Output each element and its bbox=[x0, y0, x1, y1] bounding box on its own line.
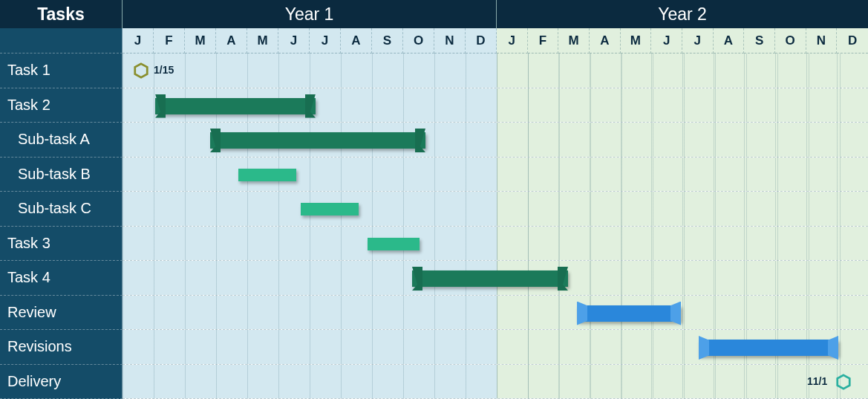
month-y2-0: J bbox=[497, 28, 528, 53]
task-col-spacer bbox=[0, 28, 123, 53]
header-row: Tasks Year 1 Year 2 bbox=[0, 0, 868, 28]
svg-marker-1 bbox=[838, 374, 850, 388]
month-y1-10: N bbox=[434, 28, 466, 53]
month-y1-0: J bbox=[123, 28, 154, 53]
task-lane: 1/15 bbox=[123, 53, 868, 88]
month-y1-2: M bbox=[185, 28, 216, 53]
row-delivery: Delivery 11/1 bbox=[0, 365, 868, 400]
header-year1: Year 1 bbox=[123, 0, 497, 28]
task-label: Revisions bbox=[0, 330, 123, 365]
month-y1-5: J bbox=[278, 28, 310, 53]
bar-task-4 bbox=[412, 270, 568, 287]
task-lane bbox=[123, 330, 868, 365]
task-label: Sub-task A bbox=[0, 123, 123, 158]
month-y2-8: S bbox=[744, 28, 775, 53]
month-y2-1: F bbox=[528, 28, 559, 53]
bar-subtask-c bbox=[301, 203, 359, 215]
task-label: Task 4 bbox=[0, 261, 123, 296]
milestone-delivery bbox=[835, 374, 852, 390]
row-task-4: Task 4 bbox=[0, 261, 868, 296]
month-y1-9: O bbox=[403, 28, 434, 53]
bar-subtask-b bbox=[238, 169, 296, 181]
milestone-task1-label: 1/15 bbox=[154, 64, 174, 76]
task-label: Delivery bbox=[0, 365, 123, 400]
month-y2-10: N bbox=[806, 28, 838, 53]
task-label: Sub-task C bbox=[0, 192, 123, 227]
month-y1-7: A bbox=[341, 28, 372, 53]
bar-task-3 bbox=[368, 238, 420, 250]
months-row: J F M A M J J A S O N D J F M A M J J A … bbox=[0, 28, 868, 53]
month-y2-3: A bbox=[590, 28, 621, 53]
bar-subtask-a bbox=[210, 132, 425, 149]
body-rows: Task 1 1/15 Task 2 bbox=[0, 53, 868, 399]
month-y1-4: M bbox=[247, 28, 278, 53]
month-y2-9: O bbox=[775, 28, 806, 53]
task-label: Task 1 bbox=[0, 53, 123, 88]
task-label: Task 2 bbox=[0, 88, 123, 123]
header-tasks: Tasks bbox=[0, 0, 123, 28]
task-lane bbox=[123, 123, 868, 158]
task-lane bbox=[123, 158, 868, 192]
row-task-2: Task 2 bbox=[0, 88, 868, 123]
header-year2: Year 2 bbox=[497, 0, 868, 28]
row-review: Review bbox=[0, 296, 868, 331]
milestone-task1 bbox=[133, 62, 149, 79]
task-label: Review bbox=[0, 296, 123, 331]
month-y2-6: J bbox=[682, 28, 714, 53]
task-lane bbox=[123, 227, 868, 262]
bar-task-2 bbox=[155, 98, 316, 114]
month-y2-7: A bbox=[714, 28, 745, 53]
row-task-3: Task 3 bbox=[0, 227, 868, 262]
task-lane bbox=[123, 88, 868, 123]
month-y1-8: S bbox=[372, 28, 403, 53]
month-y1-6: J bbox=[310, 28, 341, 53]
task-lane bbox=[123, 261, 868, 296]
hexagon-icon bbox=[133, 62, 149, 79]
row-task-1: Task 1 1/15 bbox=[0, 53, 868, 88]
month-y2-11: D bbox=[837, 28, 868, 53]
task-label: Sub-task B bbox=[0, 158, 123, 192]
row-subtask-b: Sub-task B bbox=[0, 158, 868, 192]
svg-marker-0 bbox=[135, 64, 148, 77]
task-lane bbox=[123, 296, 868, 331]
month-y1-3: A bbox=[216, 28, 247, 53]
hexagon-icon bbox=[835, 374, 852, 390]
month-y2-4: M bbox=[621, 28, 652, 53]
row-subtask-a: Sub-task A bbox=[0, 123, 868, 158]
bar-revisions bbox=[699, 340, 838, 356]
month-y1-1: F bbox=[154, 28, 185, 53]
bar-review bbox=[577, 305, 681, 322]
milestone-delivery-label: 11/1 bbox=[807, 375, 827, 387]
row-revisions: Revisions bbox=[0, 330, 868, 365]
month-y2-5: J bbox=[651, 28, 682, 53]
month-y1-11: D bbox=[466, 28, 497, 53]
task-lane: 11/1 bbox=[123, 365, 868, 400]
gantt-chart: Tasks Year 1 Year 2 J F M A M J J A S O … bbox=[0, 0, 868, 399]
task-label: Task 3 bbox=[0, 227, 123, 262]
row-subtask-c: Sub-task C bbox=[0, 192, 868, 227]
task-lane bbox=[123, 192, 868, 227]
month-y2-2: M bbox=[558, 28, 590, 53]
